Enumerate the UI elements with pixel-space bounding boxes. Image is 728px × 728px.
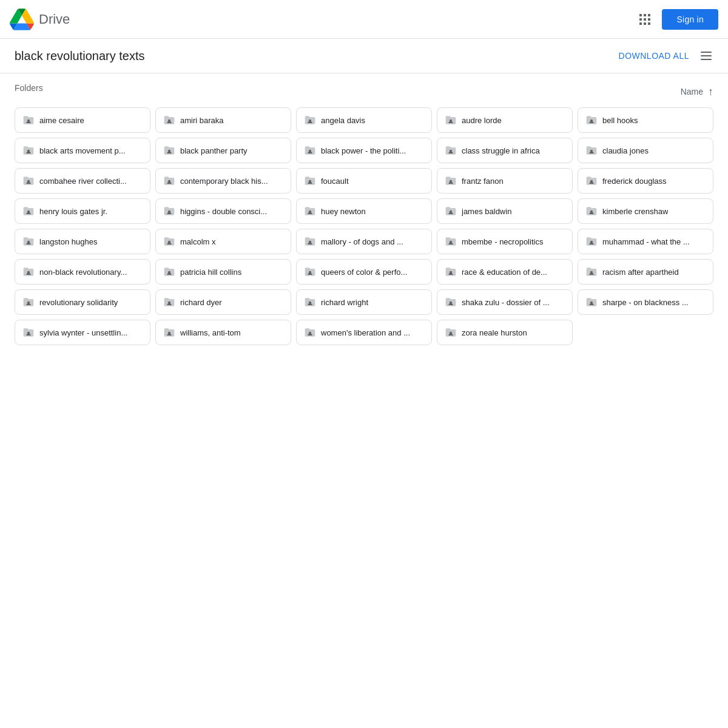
folder-item[interactable]: langston hughes bbox=[15, 229, 150, 254]
svg-rect-11 bbox=[701, 59, 712, 60]
folder-name: black power - the politi... bbox=[321, 146, 406, 155]
shared-folder-icon bbox=[22, 326, 35, 339]
shared-folder-icon bbox=[163, 144, 175, 157]
folder-name: black arts movement p... bbox=[39, 146, 126, 155]
folder-name: kimberle crenshaw bbox=[602, 207, 668, 216]
folder-item[interactable]: higgins - double consci... bbox=[155, 198, 291, 224]
svg-rect-7 bbox=[644, 22, 646, 25]
folder-item[interactable]: henry louis gates jr. bbox=[15, 198, 150, 224]
shared-folder-icon bbox=[304, 296, 316, 308]
folder-name: foucault bbox=[321, 177, 349, 186]
shared-folder-icon bbox=[22, 235, 35, 248]
folder-item[interactable]: richard wright bbox=[296, 289, 432, 315]
folder-item[interactable]: racism after apartheid bbox=[578, 259, 713, 285]
folder-name: class struggle in africa bbox=[462, 146, 540, 155]
folder-item[interactable]: mbembe - necropolitics bbox=[437, 229, 573, 254]
folder-item[interactable]: frantz fanon bbox=[437, 168, 573, 194]
shared-folder-icon bbox=[445, 266, 457, 278]
folder-item[interactable]: richard dyer bbox=[155, 289, 291, 315]
folder-item[interactable]: black power - the politi... bbox=[296, 138, 432, 163]
folder-item[interactable]: james baldwin bbox=[437, 198, 573, 224]
folder-item[interactable]: class struggle in africa bbox=[437, 138, 573, 163]
shared-folder-icon bbox=[585, 235, 598, 248]
shared-folder-icon bbox=[445, 296, 457, 308]
folder-item[interactable]: huey newton bbox=[296, 198, 432, 224]
shared-folder-icon bbox=[445, 144, 457, 157]
folder-name: contemporary black his... bbox=[180, 177, 268, 186]
shared-folder-icon bbox=[304, 144, 316, 157]
list-view-icon[interactable] bbox=[699, 49, 713, 63]
shared-folder-icon bbox=[445, 175, 457, 187]
shared-folder-icon bbox=[304, 114, 316, 126]
folder-name: muhammad - what the ... bbox=[602, 237, 690, 246]
folder-item[interactable]: sharpe - on blackness ... bbox=[578, 289, 713, 315]
shared-folder-icon bbox=[163, 296, 175, 308]
folder-item[interactable]: combahee river collecti... bbox=[15, 168, 150, 194]
folder-item[interactable]: audre lorde bbox=[437, 107, 573, 133]
shared-folder-icon bbox=[585, 175, 598, 187]
folders-section-label: Folders bbox=[15, 83, 43, 93]
folder-name: revolutionary solidarity bbox=[39, 298, 118, 307]
folder-item[interactable]: black arts movement p... bbox=[15, 138, 150, 163]
folder-item[interactable]: non-black revolutionary... bbox=[15, 259, 150, 285]
folder-item[interactable]: bell hooks bbox=[578, 107, 713, 133]
folder-name: race & education of de... bbox=[462, 268, 547, 277]
shared-folder-icon bbox=[304, 326, 316, 339]
folder-name: mbembe - necropolitics bbox=[462, 237, 543, 246]
folder-item[interactable]: aime cesaire bbox=[15, 107, 150, 133]
folder-item[interactable]: contemporary black his... bbox=[155, 168, 291, 194]
shared-folder-icon bbox=[445, 205, 457, 217]
folder-item[interactable]: sylvia wynter - unsettlin... bbox=[15, 320, 150, 345]
folder-item[interactable]: frederick douglass bbox=[578, 168, 713, 194]
folder-name: james baldwin bbox=[462, 207, 511, 216]
folder-item[interactable]: claudia jones bbox=[578, 138, 713, 163]
folder-name: audre lorde bbox=[462, 116, 502, 125]
folder-name: combahee river collecti... bbox=[39, 177, 127, 186]
folder-item[interactable]: foucault bbox=[296, 168, 432, 194]
sign-in-button[interactable]: Sign in bbox=[662, 9, 718, 30]
folder-item[interactable]: revolutionary solidarity bbox=[15, 289, 150, 315]
folder-item[interactable]: black panther party bbox=[155, 138, 291, 163]
folder-item[interactable]: shaka zulu - dossier of ... bbox=[437, 289, 573, 315]
folder-item[interactable]: muhammad - what the ... bbox=[578, 229, 713, 254]
folder-name: henry louis gates jr. bbox=[39, 207, 107, 216]
folder-name: richard wright bbox=[321, 298, 368, 307]
shared-folder-icon bbox=[585, 296, 598, 308]
sort-arrow-icon[interactable]: ↑ bbox=[708, 86, 713, 98]
folder-item[interactable]: williams, anti-tom bbox=[155, 320, 291, 345]
folder-name: black panther party bbox=[180, 146, 248, 155]
folder-name: mallory - of dogs and ... bbox=[321, 237, 403, 246]
folder-name: frederick douglass bbox=[602, 177, 667, 186]
folder-item[interactable]: patricia hill collins bbox=[155, 259, 291, 285]
folder-item[interactable]: women's liberation and ... bbox=[296, 320, 432, 345]
header: Drive Sign in bbox=[0, 0, 728, 39]
svg-rect-3 bbox=[639, 18, 642, 21]
download-all-button[interactable]: DOWNLOAD ALL bbox=[619, 51, 689, 61]
shared-folder-icon bbox=[22, 266, 35, 278]
shared-folder-icon bbox=[585, 205, 598, 217]
folder-item[interactable]: zora neale hurston bbox=[437, 320, 573, 345]
folder-item[interactable]: race & education of de... bbox=[437, 259, 573, 285]
folder-item[interactable]: angela davis bbox=[296, 107, 432, 133]
folder-name: women's liberation and ... bbox=[321, 328, 410, 337]
folder-name: patricia hill collins bbox=[180, 268, 241, 277]
shared-folder-icon bbox=[585, 114, 598, 126]
shared-folder-icon bbox=[163, 235, 175, 248]
header-actions: Sign in bbox=[638, 9, 718, 30]
svg-rect-9 bbox=[701, 52, 712, 53]
folder-name: aime cesaire bbox=[39, 116, 84, 125]
svg-rect-8 bbox=[648, 22, 650, 25]
folder-item[interactable]: mallory - of dogs and ... bbox=[296, 229, 432, 254]
shared-folder-icon bbox=[445, 114, 457, 126]
folder-name: amiri baraka bbox=[180, 116, 224, 125]
shared-folder-icon bbox=[304, 175, 316, 187]
folder-item[interactable]: kimberle crenshaw bbox=[578, 198, 713, 224]
folder-item[interactable]: queers of color & perfo... bbox=[296, 259, 432, 285]
apps-icon[interactable] bbox=[638, 12, 652, 27]
folder-item[interactable]: amiri baraka bbox=[155, 107, 291, 133]
folder-item[interactable]: malcolm x bbox=[155, 229, 291, 254]
shared-folder-icon bbox=[22, 175, 35, 187]
folder-name: higgins - double consci... bbox=[180, 207, 267, 216]
sort-name-label[interactable]: Name bbox=[681, 87, 703, 96]
folder-name: bell hooks bbox=[602, 116, 638, 125]
